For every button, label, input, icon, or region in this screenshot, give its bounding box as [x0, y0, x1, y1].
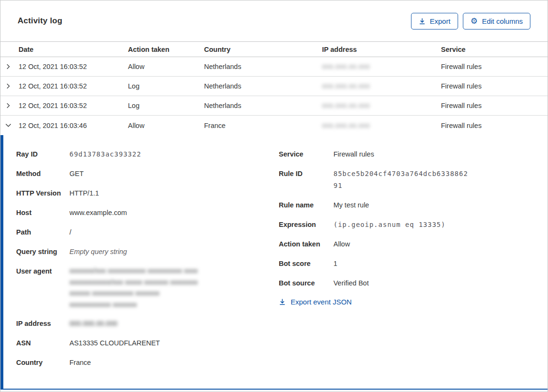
expand-row-button[interactable] [5, 83, 11, 89]
field-asn: ASN AS13335 CLOUDFLARENET [16, 337, 279, 349]
cell-country: Netherlands [204, 102, 322, 109]
field-value: Empty query string [69, 246, 127, 258]
field-rule-id: Rule ID 85bce5b204cf4703a764dcb633886291 [279, 168, 548, 192]
toolbar: Export ⚙ Edit columns [411, 13, 530, 29]
field-label: Method [16, 168, 69, 180]
detail-left-column: Ray ID 69d13783ac393322 Method GET HTTP … [16, 148, 279, 389]
cell-country: Netherlands [204, 82, 322, 90]
gear-icon: ⚙ [470, 17, 478, 25]
topbar: Activity log Export ⚙ Edit columns [0, 0, 548, 41]
field-label: Ray ID [16, 148, 69, 160]
expand-row-button[interactable] [5, 102, 11, 109]
cell-ip-redacted: 000.000.00.000 [322, 83, 370, 90]
cell-service: Firewall rules [441, 122, 548, 129]
cell-ip-redacted: 000.000.00.000 [322, 122, 370, 129]
chevron-right-icon [5, 63, 11, 70]
field-label: Service [279, 148, 333, 160]
cell-country: Netherlands [204, 63, 322, 70]
field-method: Method GET [16, 168, 279, 180]
field-http-version: HTTP Version HTTP/1.1 [16, 187, 279, 199]
field-bot-score: Bot score 1 [279, 258, 548, 270]
activity-log-panel: Activity log Export ⚙ Edit columns Date … [0, 0, 548, 392]
field-action-taken: Action taken Allow [279, 238, 548, 250]
field-label: Host [16, 207, 69, 219]
field-value: HTTP/1.1 [69, 187, 99, 199]
field-label: Path [16, 226, 69, 238]
export-event-json-label: Export event JSON [291, 298, 352, 306]
field-user-agent: User agent xxxxxxx/xxx xxxxxxxxxxx xxxxx… [16, 265, 279, 310]
field-ray-id: Ray ID 69d13783ac393322 [16, 148, 279, 160]
field-value: My test rule [333, 199, 369, 211]
detail-right-column: Service Firewall rules Rule ID 85bce5b20… [279, 148, 548, 389]
field-value: GET [69, 168, 84, 180]
header-ip: IP address [322, 46, 441, 53]
field-host: Host www.example.com [16, 207, 279, 219]
cell-date: 12 Oct, 2021 16:03:52 [19, 102, 128, 109]
table-row-expanded[interactable]: 12 Oct, 2021 16:03:46 Allow France 000.0… [0, 116, 548, 135]
field-label: Rule name [279, 199, 333, 211]
field-value: Allow [333, 238, 350, 250]
table-row[interactable]: 12 Oct, 2021 16:03:52 Log Netherlands 00… [0, 77, 548, 96]
field-rule-name: Rule name My test rule [279, 199, 548, 211]
field-label: IP address [16, 318, 69, 330]
table-row[interactable]: 12 Oct, 2021 16:03:52 Allow Netherlands … [0, 57, 548, 77]
header-service: Service [441, 46, 548, 53]
event-detail-panel: Ray ID 69d13783ac393322 Method GET HTTP … [0, 135, 548, 389]
header-country: Country [204, 46, 322, 53]
field-value: 1 [333, 258, 337, 270]
field-value-redacted: 000.000.00.000 [69, 318, 117, 330]
cell-action: Allow [128, 122, 204, 129]
cell-country: France [204, 122, 322, 129]
cell-service: Firewall rules [441, 82, 548, 90]
cell-date: 12 Oct, 2021 16:03:46 [19, 122, 128, 129]
export-event-json-link[interactable]: Export event JSON [279, 298, 352, 306]
page-title: Activity log [18, 16, 62, 26]
download-icon [279, 298, 286, 305]
field-value-redacted: xxxxxxx/xxx xxxxxxxxxxx xxxxxxxxxx xxxx … [69, 265, 198, 310]
field-country: Country France [16, 357, 279, 369]
edit-columns-button[interactable]: ⚙ Edit columns [463, 13, 530, 29]
chevron-down-icon [5, 122, 12, 129]
expand-row-button[interactable] [5, 63, 11, 70]
field-label: Query string [16, 246, 69, 258]
field-label: Expression [279, 219, 333, 231]
bottom-gap [0, 390, 548, 392]
header-action: Action taken [128, 46, 204, 53]
field-query-string: Query string Empty query string [16, 246, 279, 258]
table-header-row: Date Action taken Country IP address Ser… [0, 41, 548, 57]
field-label: ASN [16, 337, 69, 349]
field-label: Action taken [279, 238, 333, 250]
field-label: User agent [16, 265, 69, 277]
field-bot-source: Bot source Verified Bot [279, 277, 548, 289]
field-service: Service Firewall rules [279, 148, 548, 160]
cell-action: Log [128, 82, 204, 90]
cell-action: Allow [128, 63, 204, 70]
download-icon [419, 18, 426, 25]
field-value: (ip.geoip.asnum eq 13335) [333, 219, 446, 231]
table-row[interactable]: 12 Oct, 2021 16:03:52 Log Netherlands 00… [0, 96, 548, 116]
field-value: France [69, 357, 91, 369]
field-value: Verified Bot [333, 277, 369, 289]
field-label: HTTP Version [16, 187, 69, 199]
chevron-right-icon [5, 102, 11, 109]
cell-service: Firewall rules [441, 102, 548, 109]
edit-columns-button-label: Edit columns [482, 17, 523, 25]
field-label: Bot source [279, 277, 333, 289]
cell-date: 12 Oct, 2021 16:03:52 [19, 82, 128, 90]
cell-service: Firewall rules [441, 63, 548, 70]
field-value: www.example.com [69, 207, 127, 219]
field-value: / [69, 226, 71, 238]
field-value: Firewall rules [333, 148, 374, 160]
cell-action: Log [128, 102, 204, 109]
field-value: AS13335 CLOUDFLARENET [69, 337, 160, 349]
field-expression: Expression (ip.geoip.asnum eq 13335) [279, 219, 548, 231]
field-label: Rule ID [279, 168, 333, 180]
export-button[interactable]: Export [411, 13, 458, 29]
field-label: Country [16, 357, 69, 369]
field-label: Bot score [279, 258, 333, 270]
collapse-row-button[interactable] [5, 122, 12, 129]
field-path: Path / [16, 226, 279, 238]
field-value: 85bce5b204cf4703a764dcb633886291 [333, 168, 472, 192]
cell-ip-redacted: 000.000.00.000 [322, 63, 370, 70]
field-ip-address: IP address 000.000.00.000 [16, 318, 279, 330]
